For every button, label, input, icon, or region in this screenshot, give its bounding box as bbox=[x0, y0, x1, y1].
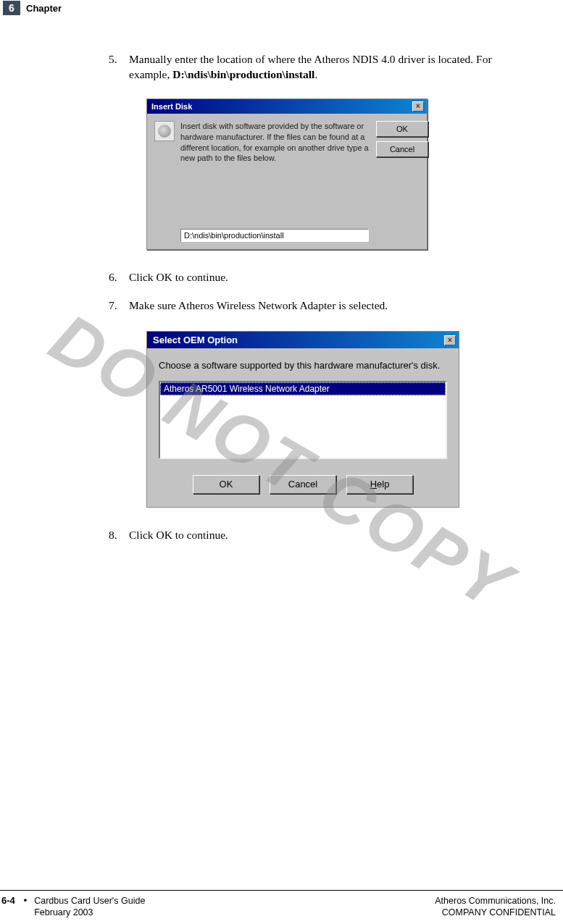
dialog-title-text: Select OEM Option bbox=[153, 335, 238, 345]
dialog-body: Choose a software supported by this hard… bbox=[147, 348, 459, 507]
step-5-path: D:\ndis\bin\production\install bbox=[172, 68, 314, 80]
guide-title: Cardbus Card User's Guide bbox=[34, 895, 145, 907]
dialog-left-col: Insert disk with software provided by th… bbox=[154, 121, 369, 242]
cancel-button[interactable]: Cancel bbox=[376, 141, 428, 157]
step-number: 8. bbox=[109, 528, 129, 543]
close-icon[interactable]: × bbox=[444, 335, 456, 345]
disk-icon bbox=[154, 121, 175, 141]
help-rest: elp bbox=[377, 479, 389, 490]
dialog-icon-row: Insert disk with software provided by th… bbox=[154, 121, 369, 164]
step-number: 6. bbox=[109, 270, 129, 285]
page-content: 5. Manually enter the location of where … bbox=[0, 16, 563, 543]
confidential-label: COMPANY CONFIDENTIAL bbox=[435, 907, 556, 918]
dialog-buttons: OK Cancel Help bbox=[159, 475, 447, 494]
dialog-titlebar: Insert Disk × bbox=[147, 99, 427, 114]
step-7: 7. Make sure Atheros Wireless Network Ad… bbox=[109, 298, 505, 314]
cancel-button[interactable]: Cancel bbox=[270, 475, 336, 494]
insert-disk-dialog-wrap: Insert Disk × Insert disk with software … bbox=[146, 98, 505, 250]
dialog-body: Insert disk with software provided by th… bbox=[147, 114, 427, 249]
ok-button[interactable]: OK bbox=[193, 475, 259, 494]
footer-right: Atheros Communications, Inc. COMPANY CON… bbox=[435, 895, 556, 919]
step-number: 7. bbox=[109, 298, 129, 314]
help-button[interactable]: Help bbox=[346, 475, 413, 494]
list-item-selected[interactable]: Atheros AR5001 Wireless Network Adapter bbox=[160, 382, 446, 395]
select-oem-dialog-wrap: Select OEM Option × Choose a software su… bbox=[146, 331, 505, 508]
help-mnemonic: H bbox=[370, 479, 377, 490]
ok-button[interactable]: OK bbox=[376, 121, 428, 137]
step-text: Make sure Atheros Wireless Network Adapt… bbox=[129, 298, 505, 314]
dialog-title-text: Insert Disk bbox=[151, 102, 192, 111]
step-text: Click OK to continue. bbox=[129, 528, 505, 543]
step-6: 6. Click OK to continue. bbox=[109, 270, 505, 285]
step-5-text-c: . bbox=[314, 68, 317, 80]
step-text: Manually enter the location of where the… bbox=[129, 52, 505, 83]
chapter-label: Chapter bbox=[26, 3, 62, 14]
dialog-titlebar: Select OEM Option × bbox=[147, 332, 459, 348]
guide-date: February 2003 bbox=[34, 907, 145, 918]
footer-left-block: Cardbus Card User's Guide February 2003 bbox=[34, 895, 145, 919]
footer-left: 6-4 • Cardbus Card User's Guide February… bbox=[1, 895, 145, 919]
bullet-icon: • bbox=[24, 895, 27, 919]
dialog-message: Insert disk with software provided by th… bbox=[180, 121, 369, 164]
page-number: 6-4 bbox=[1, 895, 15, 919]
page-header: 6 Chapter bbox=[0, 0, 563, 16]
path-input[interactable]: D:\ndis\bin\production\install bbox=[180, 229, 369, 242]
step-number: 5. bbox=[109, 52, 129, 83]
dialog-buttons: OK Cancel bbox=[376, 121, 428, 242]
chapter-number-badge: 6 bbox=[3, 1, 20, 15]
close-icon[interactable]: × bbox=[412, 101, 424, 112]
oem-listbox[interactable]: Atheros AR5001 Wireless Network Adapter bbox=[159, 381, 447, 459]
step-5: 5. Manually enter the location of where … bbox=[109, 52, 505, 83]
company-name: Atheros Communications, Inc. bbox=[435, 895, 556, 907]
insert-disk-dialog: Insert Disk × Insert disk with software … bbox=[146, 98, 428, 250]
dialog-prompt: Choose a software supported by this hard… bbox=[159, 360, 447, 371]
select-oem-dialog: Select OEM Option × Choose a software su… bbox=[146, 331, 459, 508]
step-8: 8. Click OK to continue. bbox=[109, 528, 505, 543]
step-text: Click OK to continue. bbox=[129, 270, 505, 285]
page-footer: 6-4 • Cardbus Card User's Guide February… bbox=[0, 890, 563, 919]
